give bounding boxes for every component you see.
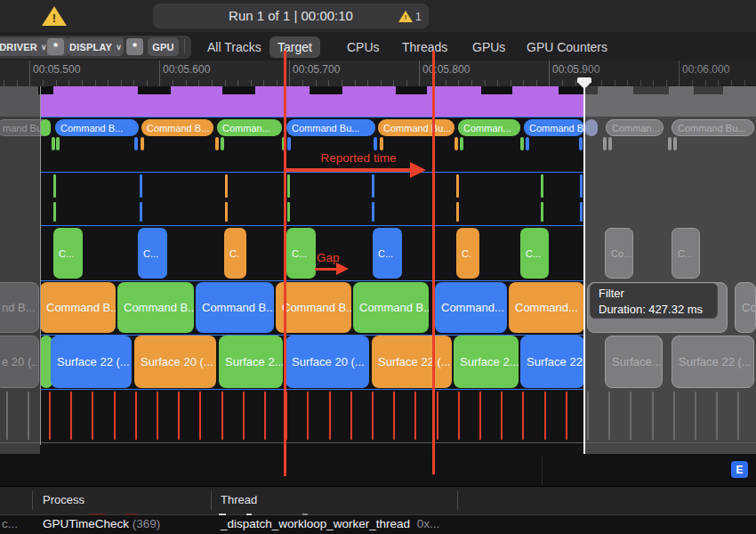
marker-line-end[interactable] xyxy=(432,51,435,474)
signal-bar xyxy=(53,174,56,198)
run-info-pill[interactable]: Run 1 of 1 | 00:00:10 ! 1 xyxy=(153,4,429,28)
thread-cell: _dispatch_workloop_worker_thread 0x... xyxy=(221,517,439,530)
command-block[interactable]: Command B... xyxy=(353,282,429,333)
vsync-tick xyxy=(178,392,180,440)
vsync-tick xyxy=(458,392,460,440)
encoder-block[interactable]: Co... xyxy=(605,228,633,279)
band-notch xyxy=(222,86,255,94)
ruler-minor-tick xyxy=(342,80,342,86)
command-buffer-pill[interactable]: Command Bu... xyxy=(286,119,375,136)
display-dropdown[interactable]: DISPLAY∨ xyxy=(68,37,124,56)
surface-block[interactable]: e 20 (... xyxy=(0,336,39,388)
driver-options-button[interactable]: * xyxy=(47,38,64,55)
column-thread[interactable]: Thread xyxy=(221,493,257,506)
run-label: Run 1 of 1 | 00:00:10 xyxy=(153,4,429,28)
encoder-block[interactable]: C... xyxy=(138,228,167,279)
vsync-row-border xyxy=(0,442,756,443)
command-block[interactable]: nd B... xyxy=(0,282,39,333)
encoder-block[interactable]: C... xyxy=(286,228,316,279)
command-buffer-pill[interactable]: Comman... xyxy=(217,119,282,136)
command-buffer-pill[interactable]: Command B... xyxy=(524,119,584,136)
vsync-tick xyxy=(630,392,631,440)
ruler-minor-tick xyxy=(237,80,238,86)
command-buffer-pill[interactable] xyxy=(585,119,598,136)
gpu-button[interactable]: GPU xyxy=(148,37,179,56)
encoder-block[interactable]: C... xyxy=(520,228,549,279)
vsync-tick xyxy=(566,392,567,440)
marker-line-start[interactable] xyxy=(284,51,286,476)
surface-block[interactable]: Surface 20 (... xyxy=(134,336,216,388)
command-block[interactable]: Command B... xyxy=(196,282,274,333)
vsync-tick xyxy=(329,392,331,440)
command-buffer-pill[interactable]: Command B... xyxy=(55,119,139,136)
column-process[interactable]: Process xyxy=(43,493,84,506)
surface-block[interactable]: Surface 22 (... xyxy=(51,336,132,388)
command-block[interactable]: Command... xyxy=(435,282,507,333)
surface-block[interactable]: Surface... xyxy=(605,336,663,388)
event-mark xyxy=(603,137,607,150)
command-buffer-pill[interactable]: Command Bu... xyxy=(378,119,454,136)
command-buffer-pill[interactable]: Comman... xyxy=(606,119,664,136)
signal-bar xyxy=(140,174,142,198)
surface-block[interactable]: Surface 20 (... xyxy=(286,336,369,388)
encoder-block[interactable]: C... xyxy=(373,228,402,279)
event-mark xyxy=(668,137,672,150)
signal-bar xyxy=(456,174,459,198)
ruler-minor-tick xyxy=(497,80,498,86)
warning-icon[interactable]: ! xyxy=(42,6,67,26)
command-buffer-pill[interactable] xyxy=(40,119,51,136)
ruler-major-tick xyxy=(419,61,420,86)
encoder-block[interactable]: C. xyxy=(456,228,479,279)
surface-block[interactable]: Surface 22 (... xyxy=(372,336,452,388)
band-notch xyxy=(396,86,427,94)
surface-block[interactable]: Surface 2... xyxy=(454,336,519,388)
tab-threads[interactable]: Threads xyxy=(402,36,447,58)
vsync-tick xyxy=(414,392,416,440)
e-badge-button[interactable]: E xyxy=(731,461,748,478)
vsync-tick xyxy=(70,392,72,440)
ruler-minor-tick xyxy=(82,80,83,86)
tab-cpus[interactable]: CPUs xyxy=(347,36,380,58)
tab-target[interactable]: Target xyxy=(269,36,320,58)
track-border-line xyxy=(40,389,584,390)
vsync-tick xyxy=(243,392,245,440)
ruler-minor-tick xyxy=(485,80,486,86)
vsync-tick xyxy=(522,392,524,440)
encoder-block[interactable]: C. xyxy=(224,228,246,279)
tab-gpus[interactable]: GPUs xyxy=(472,36,505,58)
command-block[interactable]: Co... xyxy=(735,282,756,333)
command-block[interactable]: Command B... xyxy=(40,282,116,333)
vsync-tick xyxy=(199,392,201,440)
vsync-tick xyxy=(135,392,137,440)
encoder-block[interactable]: C... xyxy=(672,228,700,279)
tab-gpu-counters[interactable]: GPU Counters xyxy=(527,36,607,58)
display-options-button[interactable]: * xyxy=(126,38,143,55)
vsync-tick xyxy=(716,392,718,440)
row-remnant-dash xyxy=(246,514,252,515)
surface-block[interactable]: Surface 2... xyxy=(219,336,283,388)
tab-all-tracks[interactable]: All Tracks xyxy=(207,36,261,58)
filter-left-boundary[interactable] xyxy=(40,86,41,445)
vsync-tick xyxy=(393,392,395,440)
signal-bar xyxy=(225,174,228,198)
ruler-minor-tick xyxy=(17,80,18,86)
playhead-line[interactable] xyxy=(583,78,585,454)
command-block[interactable]: Command B... xyxy=(276,282,351,333)
surface-block[interactable]: Surface 22 (... xyxy=(672,336,754,388)
vsync-tick xyxy=(92,392,93,440)
vsync-tick xyxy=(157,392,158,440)
command-buffer-pill[interactable]: Command Bu... xyxy=(672,119,754,136)
encoder-block[interactable]: C... xyxy=(53,228,83,279)
ruler-major-tick xyxy=(549,61,550,86)
command-buffer-pill[interactable]: Command B... xyxy=(141,119,213,136)
vsync-tick xyxy=(479,392,481,440)
command-block[interactable]: Command B... xyxy=(117,282,194,333)
surface-block[interactable]: Surface 22 (... xyxy=(520,336,584,388)
command-block[interactable]: Command... xyxy=(509,282,584,333)
command-buffer-pill[interactable]: Comman... xyxy=(458,119,520,136)
table-row[interactable]: c... GPUTimeCheck (369) _dispatch_worklo… xyxy=(0,517,756,534)
ruler-minor-tick xyxy=(446,80,446,86)
timeline-tracks[interactable]: mand Bu...Command B...Command B...Comman… xyxy=(0,86,756,454)
warning-badge-icon[interactable]: ! xyxy=(398,11,413,22)
vsync-tick xyxy=(221,392,223,440)
